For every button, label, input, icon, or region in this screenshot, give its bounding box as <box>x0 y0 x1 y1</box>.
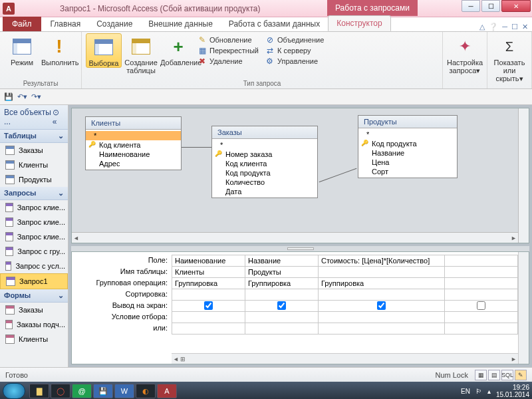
titlebar: A Запрос1 - Microsoft Access (Сбой актив… <box>0 0 532 17</box>
table-products[interactable]: Продукты * Код продукта Название Цена Со… <box>358 115 458 178</box>
vscrollbar[interactable] <box>518 108 529 243</box>
label-table: Имя таблицы: <box>72 266 172 277</box>
nav-query-2[interactable]: Запрос клие... <box>0 229 68 244</box>
status-ready: Готово <box>5 371 28 379</box>
save-icon[interactable]: 💾 <box>4 92 13 101</box>
join-line <box>319 168 357 182</box>
label-field: Поле: <box>72 255 172 266</box>
maketable-button[interactable]: Создание таблицы <box>123 33 159 74</box>
nav-group-forms[interactable]: Формы⌄ <box>0 289 68 303</box>
grid-vscroll[interactable] <box>518 252 529 364</box>
tab-external[interactable]: Внешние данные <box>140 17 221 31</box>
context-tab-querytools[interactable]: Работа с запросами <box>327 0 418 16</box>
tray-flag-icon[interactable]: 🏳 <box>475 388 482 395</box>
grid-hscroll[interactable]: ◄ ⊞► <box>172 353 518 364</box>
taskbar-mail-icon[interactable]: @ <box>72 384 92 398</box>
tab-dbtools[interactable]: Работа с базами данных <box>221 17 328 31</box>
datadef-button[interactable]: ⚙Управление <box>265 56 324 66</box>
close-button[interactable]: ✕ <box>501 0 531 12</box>
minimize-ribbon-icon[interactable]: △ <box>479 23 485 31</box>
taskbar-save-icon[interactable]: 💾 <box>93 384 113 398</box>
select-query-button[interactable]: Выборка <box>86 33 122 68</box>
quick-access-toolbar: 💾 ↶▾ ↷▾ <box>0 89 532 105</box>
append-button[interactable]: +Добавление <box>160 33 196 66</box>
passthrough-button[interactable]: ⇄К серверу <box>265 45 324 56</box>
tray-chevron-icon[interactable]: ▴ <box>487 388 491 395</box>
navigation-pane: Все объекты ...⊙ « Таблицы⌄ Заказы Клиен… <box>0 105 68 367</box>
ribbon: Режим !Выполнить Результаты Выборка Созд… <box>0 32 532 89</box>
nav-query-4[interactable]: Запрос с усл... <box>0 259 68 273</box>
show-check-2[interactable] <box>277 301 286 310</box>
nav-table-orders[interactable]: Заказы <box>0 143 68 158</box>
querysetup-button[interactable]: ✦Настройка запроса▾ <box>447 33 483 75</box>
status-numlock: Num Lock <box>435 371 468 379</box>
table-orders[interactable]: Заказы * Номер заказа Код клиента Код пр… <box>211 126 318 198</box>
redo-icon[interactable]: ↷▾ <box>31 92 41 101</box>
label-sort: Сортировка: <box>72 289 172 300</box>
nav-query-3[interactable]: Запрос с гру... <box>0 244 68 259</box>
undo-icon[interactable]: ↶▾ <box>17 92 27 101</box>
show-check-3[interactable] <box>377 301 386 310</box>
tab-design[interactable]: Конструктор <box>328 15 390 31</box>
run-button[interactable]: !Выполнить <box>41 33 77 66</box>
window-title: Запрос1 - Microsoft Access (Сбой активац… <box>60 4 261 13</box>
show-check-4[interactable] <box>477 301 485 310</box>
label-criteria: Условие отбора: <box>72 311 172 323</box>
help-icon[interactable]: ❔ <box>489 23 498 31</box>
view-button[interactable]: Режим <box>4 33 40 66</box>
taskbar-chrome-icon[interactable]: ◯ <box>51 384 70 398</box>
view-pivot-icon[interactable]: ▤ <box>488 370 500 380</box>
nav-form-2[interactable]: Клиенты <box>0 332 68 346</box>
nav-form-1[interactable]: Заказы подч... <box>0 317 68 332</box>
nav-query-current[interactable]: Запрос1 <box>0 273 68 289</box>
nav-query-0[interactable]: Запрос клие... <box>0 200 68 215</box>
query-design-area: Клиенты * Код клиента Наименование Адрес… <box>68 105 532 367</box>
nav-query-1[interactable]: Запрос клие... <box>0 215 68 229</box>
taskbar-firefox-icon[interactable]: ◐ <box>136 384 156 398</box>
status-bar: Готово Num Lock ▦ ▤ SQL ✎ <box>0 367 532 382</box>
minimize-button[interactable]: ─ <box>462 0 480 12</box>
mdi-restore-icon[interactable]: ☐ <box>511 23 518 31</box>
label-or: или: <box>72 323 172 334</box>
ribbon-tabs: Файл Главная Создание Внешние данные Раб… <box>0 17 532 32</box>
group-results: Результаты <box>4 78 77 88</box>
tab-file[interactable]: Файл <box>3 17 41 31</box>
tray-clock[interactable]: 19:2615.01.2014 <box>496 384 529 398</box>
tab-home[interactable]: Главная <box>43 17 89 31</box>
query-grid: Поле: Имя таблицы: Групповая операция: С… <box>71 251 529 364</box>
grid-table[interactable]: НаименованиеНазваниеСтоимость: [Цена]*[К… <box>172 255 518 334</box>
taskbar-access-icon[interactable]: A <box>157 384 177 398</box>
label-show: Вывод на экран: <box>72 300 172 311</box>
crosstab-button[interactable]: ▦Перекрестный <box>198 45 259 56</box>
label-total: Групповая операция: <box>72 277 172 289</box>
hscrollbar[interactable]: ◄► <box>72 232 518 243</box>
view-design-icon[interactable]: ✎ <box>515 370 527 380</box>
nav-group-queries[interactable]: Запросы⌄ <box>0 187 68 200</box>
show-check-1[interactable] <box>204 301 213 310</box>
table-clients[interactable]: Клиенты * Код клиента Наименование Адрес <box>85 116 182 170</box>
splitter[interactable] <box>71 246 529 251</box>
group-querytype: Тип запроса <box>86 78 438 88</box>
delete-button[interactable]: ✖Удаление <box>198 56 259 66</box>
tab-create[interactable]: Создание <box>88 17 140 31</box>
update-button[interactable]: ✎Обновление <box>198 35 259 45</box>
taskbar-explorer-icon[interactable]: ▇ <box>29 384 49 398</box>
relationship-canvas[interactable]: Клиенты * Код клиента Наименование Адрес… <box>71 108 529 243</box>
union-button[interactable]: ⊘Объединение <box>265 35 324 45</box>
showhide-button[interactable]: ΣПоказать или скрыть▾ <box>491 33 527 83</box>
mdi-close-icon[interactable]: ✕ <box>522 23 528 31</box>
access-app-icon: A <box>3 3 15 15</box>
taskbar-word-icon[interactable]: W <box>114 384 134 398</box>
start-button[interactable] <box>3 383 25 399</box>
mdi-min-icon[interactable]: ─ <box>502 23 507 31</box>
windows-taskbar: ▇ ◯ @ 💾 W ◐ A EN 🏳 ▴ 19:2615.01.2014 <box>0 382 532 399</box>
nav-table-clients[interactable]: Клиенты <box>0 158 68 172</box>
view-datasheet-icon[interactable]: ▦ <box>475 370 487 380</box>
nav-group-tables[interactable]: Таблицы⌄ <box>0 130 68 143</box>
tray-lang[interactable]: EN <box>461 388 470 395</box>
maximize-button[interactable]: ☐ <box>481 0 500 12</box>
nav-header[interactable]: Все объекты ...⊙ « <box>0 105 68 130</box>
view-sql-icon[interactable]: SQL <box>501 370 513 380</box>
nav-table-products[interactable]: Продукты <box>0 172 68 187</box>
nav-form-0[interactable]: Заказы <box>0 303 68 317</box>
